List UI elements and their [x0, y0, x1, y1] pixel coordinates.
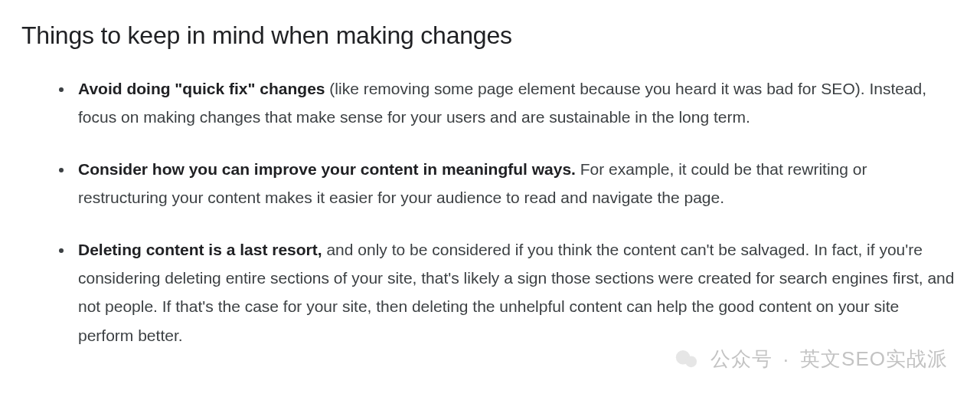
svg-point-0 — [676, 350, 690, 363]
section-heading: Things to keep in mind when making chang… — [21, 21, 959, 50]
list-item-lead: Avoid doing "quick fix" changes — [78, 80, 325, 97]
tips-list: Avoid doing "quick fix" changes (like re… — [21, 74, 959, 350]
svg-point-1 — [685, 356, 697, 367]
watermark-left: 公众号 — [710, 346, 773, 373]
wechat-icon — [674, 346, 700, 373]
watermark-right: 英文SEO实战派 — [800, 346, 948, 373]
list-item: Consider how you can improve your conten… — [74, 155, 959, 212]
list-item: Deleting content is a last resort, and o… — [74, 235, 959, 350]
list-item-lead: Deleting content is a last resort, — [78, 241, 322, 258]
watermark: 公众号 · 英文SEO实战派 — [674, 346, 948, 373]
list-item-lead: Consider how you can improve your conten… — [78, 160, 576, 178]
list-item: Avoid doing "quick fix" changes (like re… — [74, 74, 959, 132]
dot-icon: · — [783, 350, 789, 369]
